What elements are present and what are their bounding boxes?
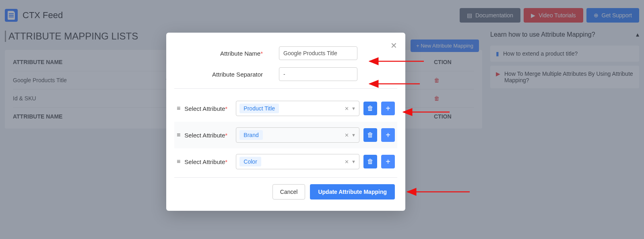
attribute-separator-label: Attribute Separator	[174, 71, 279, 78]
attribute-row: ≡ Select Attribute* Product Title ✕ ▼ 🗑 …	[174, 95, 397, 122]
attribute-row: ≡ Select Attribute* Brand ✕ ▼ 🗑 +	[174, 122, 397, 148]
label-text: Attribute Name	[220, 50, 260, 57]
plus-icon: +	[386, 104, 390, 113]
add-attribute-button[interactable]: +	[381, 102, 395, 115]
selected-chip: Color	[239, 157, 261, 166]
label-text: Select Attribute	[184, 132, 225, 139]
divider	[174, 88, 397, 89]
clear-icon[interactable]: ✕	[345, 159, 349, 165]
plus-icon: +	[386, 131, 390, 140]
selected-chip: Product Title	[239, 104, 279, 113]
clear-icon[interactable]: ✕	[345, 132, 349, 138]
drag-handle-icon[interactable]: ≡	[177, 158, 180, 165]
label-text: Select Attribute	[184, 105, 225, 112]
trash-icon: 🗑	[367, 105, 374, 112]
form-row-name: Attribute Name*	[174, 46, 397, 60]
select-attribute-label: Select Attribute*	[184, 158, 232, 165]
attribute-select[interactable]: Product Title ✕ ▼	[236, 101, 359, 116]
label-text: Select Attribute	[184, 158, 225, 165]
add-attribute-button[interactable]: +	[381, 128, 395, 142]
required-mark: *	[260, 50, 263, 57]
modal-footer: Cancel Update Attribute Mapping	[174, 184, 397, 203]
select-attribute-label: Select Attribute*	[184, 132, 232, 139]
clear-icon[interactable]: ✕	[345, 106, 349, 112]
modal-body: Attribute Name* Attribute Separator ≡ Se…	[166, 33, 405, 211]
chevron-down-icon[interactable]: ▼	[351, 159, 356, 164]
delete-attribute-button[interactable]: 🗑	[363, 128, 377, 142]
cancel-button[interactable]: Cancel	[272, 184, 305, 200]
delete-attribute-button[interactable]: 🗑	[363, 155, 377, 168]
chevron-down-icon[interactable]: ▼	[351, 106, 356, 111]
update-attribute-mapping-button[interactable]: Update Attribute Mapping	[310, 184, 395, 200]
required-mark: *	[225, 105, 227, 112]
plus-icon: +	[386, 157, 390, 166]
attribute-name-input[interactable]	[279, 46, 357, 60]
required-mark: *	[225, 158, 227, 165]
trash-icon: 🗑	[367, 131, 374, 139]
select-attribute-label: Select Attribute*	[184, 105, 232, 112]
drag-handle-icon[interactable]: ≡	[177, 131, 180, 139]
selected-chip: Brand	[239, 130, 262, 140]
add-attribute-button[interactable]: +	[381, 155, 395, 168]
delete-attribute-button[interactable]: 🗑	[363, 102, 377, 115]
attribute-separator-input[interactable]	[279, 67, 357, 81]
divider	[174, 177, 397, 178]
attribute-select[interactable]: Color ✕ ▼	[236, 154, 359, 169]
chevron-down-icon[interactable]: ▼	[351, 133, 356, 137]
trash-icon: 🗑	[367, 158, 374, 165]
attribute-row: ≡ Select Attribute* Color ✕ ▼ 🗑 +	[174, 148, 397, 175]
attribute-name-label: Attribute Name*	[174, 50, 279, 57]
attribute-select[interactable]: Brand ✕ ▼	[236, 127, 359, 143]
required-mark: *	[225, 132, 227, 139]
form-row-separator: Attribute Separator	[174, 67, 397, 81]
attribute-mapping-modal: ✕ Attribute Name* Attribute Separator ≡ …	[166, 33, 405, 211]
close-icon[interactable]: ✕	[390, 41, 397, 50]
drag-handle-icon[interactable]: ≡	[177, 105, 180, 112]
